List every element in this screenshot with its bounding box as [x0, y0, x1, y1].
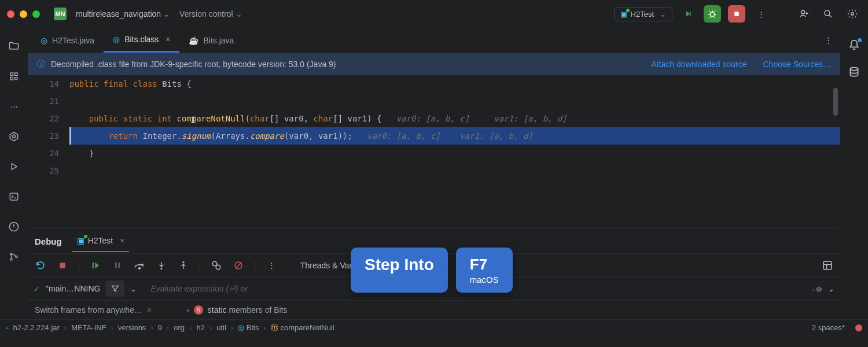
svg-rect-2 — [734, 12, 739, 16]
breadcrumb-item[interactable]: 9 — [158, 323, 162, 332]
close-session-icon[interactable]: × — [120, 236, 124, 245]
tabs-menu-icon[interactable]: ⋮ — [820, 28, 837, 53]
current-exec-line: return Integer.signum(Arrays.compare(var… — [69, 127, 840, 145]
breadcrumb-item[interactable]: Bits — [247, 323, 259, 332]
stop-button[interactable] — [728, 5, 745, 23]
breadcrumb-item[interactable]: org — [174, 323, 185, 332]
editor-tabs: ◎H2Test.java ◎Bits.class× ☕Bits.java ⋮ — [28, 28, 840, 53]
svg-rect-20 — [118, 263, 120, 268]
git-tool-icon[interactable] — [7, 250, 21, 264]
step-over-icon[interactable] — [134, 260, 145, 271]
thread-status-icon: ✓ — [34, 285, 40, 293]
view-breakpoints-icon[interactable] — [211, 260, 222, 271]
tab-h2test-java[interactable]: ◎H2Test.java — [31, 28, 104, 53]
svg-point-9 — [15, 77, 18, 80]
svg-rect-17 — [60, 263, 65, 268]
terminal-tool-icon[interactable] — [7, 190, 21, 204]
debug-session-tab[interactable]: ▣H2Test× — [72, 230, 130, 252]
database-icon[interactable] — [848, 67, 860, 80]
filter-icon[interactable] — [106, 280, 124, 297]
mute-breakpoints-icon[interactable] — [233, 260, 244, 271]
status-bar: ▫ h2-2.2.224.jar› META-INF› versions› 9›… — [0, 319, 868, 335]
stop-icon[interactable] — [57, 261, 68, 270]
svg-rect-19 — [115, 263, 117, 268]
breadcrumb-item[interactable]: h2 — [196, 323, 204, 332]
titlebar: MN multirelease_navigation⌄ Version cont… — [0, 0, 868, 28]
search-icon[interactable] — [819, 5, 837, 23]
svg-point-25 — [216, 265, 220, 270]
error-indicator-icon[interactable] — [855, 324, 862, 331]
run-config-label: H2Test — [631, 10, 654, 19]
expand-icon[interactable]: ⌄ — [828, 285, 834, 293]
problems-tool-icon[interactable] — [7, 220, 21, 234]
run-config-icon: ▣ — [620, 10, 627, 19]
breadcrumb-item[interactable]: compareNotNull — [280, 323, 334, 332]
banner-text: Decompiled .class file from JDK-9-specif… — [51, 60, 336, 69]
breadcrumb-item[interactable]: versions — [118, 323, 146, 332]
scrollbar-thumb[interactable] — [833, 88, 838, 116]
svg-point-21 — [139, 267, 141, 269]
more-icon[interactable]: ⋮ — [752, 5, 770, 23]
debug-button[interactable] — [704, 5, 721, 23]
static-badge-icon: S — [194, 305, 203, 315]
project-tool-icon[interactable] — [7, 39, 21, 53]
info-icon: ⓘ — [37, 59, 45, 69]
structure-tool-icon[interactable] — [7, 69, 21, 83]
debug-run-icon[interactable] — [679, 5, 697, 23]
attach-source-link[interactable]: Attach downloaded source — [651, 60, 746, 69]
action-tooltip: Step Into F7 macOS — [351, 248, 513, 293]
breadcrumb-item[interactable]: h2-2.2.224.jar — [13, 323, 60, 332]
java-class-icon: ◎ — [41, 36, 47, 45]
thread-label[interactable]: "main…NNING — [46, 284, 100, 293]
breadcrumb-item[interactable]: META-INF — [71, 323, 106, 332]
choose-sources-link[interactable]: Choose Sources… — [763, 60, 831, 69]
code-with-me-icon[interactable] — [795, 5, 812, 23]
svg-point-3 — [801, 10, 805, 14]
vcs-selector[interactable]: Version control⌄ — [179, 9, 242, 19]
gutter: 14 21 22 23 24 25 — [28, 75, 69, 228]
layout-icon[interactable] — [822, 260, 833, 271]
breadcrumb-item[interactable]: util — [216, 323, 226, 332]
add-watch-icon[interactable]: ₊⊕ — [812, 285, 822, 293]
chevron-right-icon[interactable]: › — [186, 305, 189, 315]
pause-icon[interactable] — [112, 261, 123, 270]
svg-rect-0 — [690, 12, 691, 17]
debug-more-icon[interactable]: ⋮ — [266, 261, 277, 270]
svg-rect-8 — [10, 77, 13, 80]
more-tool-icon[interactable]: ⋯ — [7, 99, 21, 113]
settings-icon[interactable] — [844, 5, 861, 23]
maximize-window[interactable] — [32, 10, 40, 18]
resume-icon[interactable] — [90, 260, 101, 271]
rerun-icon[interactable] — [35, 260, 46, 271]
tab-bits-java[interactable]: ☕Bits.java — [179, 28, 243, 53]
close-tab-icon[interactable]: × — [165, 35, 170, 44]
project-selector[interactable]: multirelease_navigation⌄ — [76, 9, 170, 19]
svg-rect-7 — [15, 73, 18, 76]
step-into-icon[interactable] — [156, 260, 167, 271]
editor[interactable]: 14 21 22 23 24 25 public final class Bit… — [28, 75, 840, 228]
tab-bits-class[interactable]: ◎Bits.class× — [104, 28, 179, 53]
svg-point-14 — [10, 253, 12, 255]
dismiss-hint-icon[interactable]: × — [147, 305, 152, 315]
tooltip-shortcut: F7 macOS — [456, 248, 513, 293]
jar-icon: ▫ — [6, 323, 9, 332]
svg-point-1 — [710, 12, 715, 17]
debug-tab[interactable]: Debug — [35, 237, 62, 246]
run-tool-icon[interactable] — [7, 160, 21, 174]
notifications-icon[interactable] — [848, 39, 860, 53]
step-out-icon[interactable] — [178, 260, 189, 271]
svg-rect-18 — [93, 262, 94, 268]
threads-tab[interactable]: Threads & Vari — [300, 261, 354, 270]
indent-indicator[interactable]: 2 spaces* — [812, 323, 845, 332]
close-window[interactable] — [7, 10, 14, 18]
right-tool-rail — [840, 28, 868, 319]
frames-dropdown-icon[interactable]: ⌄ — [130, 285, 137, 293]
svg-point-23 — [183, 261, 184, 263]
minimize-window[interactable] — [20, 10, 27, 18]
services-tool-icon[interactable] — [7, 130, 21, 143]
project-badge: MN — [54, 8, 67, 20]
java-class-icon: ◎ — [113, 35, 120, 44]
run-config-selector[interactable]: ▣ H2Test ⌄ — [614, 7, 672, 21]
svg-point-4 — [825, 10, 830, 16]
svg-marker-11 — [13, 135, 16, 138]
